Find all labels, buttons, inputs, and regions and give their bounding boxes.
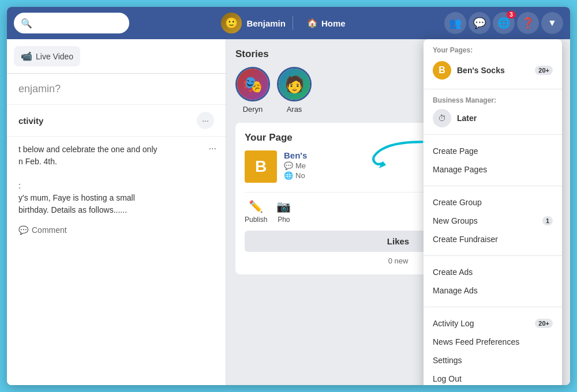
post-text: t below and celebrate the one and only n… (18, 144, 214, 216)
post-line1: t below and celebrate the one and only (18, 145, 158, 154)
story-aras-name: Aras (287, 105, 302, 114)
new-groups-badge: 1 (542, 216, 553, 225)
likes-label: Likes (387, 236, 409, 246)
user-name: Benjamin (246, 18, 286, 28)
question-icon: ❓ (522, 17, 534, 29)
publish-btn[interactable]: ✏️ Publish (245, 199, 267, 224)
globe-icon: 🌐 (497, 17, 510, 29)
story-aras[interactable]: 🧑 Aras (277, 67, 312, 114)
post-placeholder[interactable]: enjamin? (7, 74, 226, 105)
left-panel: 📹 Live Video enjamin? ctivity ··· ··· t … (7, 39, 226, 385)
story-deryn[interactable]: 🎭 Deryn (235, 67, 270, 114)
business-manager-title: Business Manager: (433, 96, 553, 104)
world-icon-small: 🌐 (284, 171, 293, 180)
dropdown-page-item[interactable]: B Ben's Socks 20+ (433, 59, 553, 82)
search-icon: 🔍 (21, 18, 32, 29)
user-avatar-img: 🙂 (221, 13, 242, 33)
create-page-label: Create Page (433, 146, 478, 156)
dropdown-page-badge: 20+ (535, 66, 553, 75)
dropdown-create-pages-section: Create Page Manage Pages (424, 135, 562, 186)
video-icon: 📹 (21, 51, 32, 62)
post-more-btn[interactable]: ··· (209, 144, 216, 154)
log-out-label: Log Out (433, 374, 462, 383)
manage-ads-label: Manage Ads (433, 286, 478, 295)
create-ads-item[interactable]: Create Ads (433, 263, 553, 281)
create-fundraiser-item[interactable]: Create Fundraiser (433, 230, 553, 248)
live-video-btn[interactable]: 📹 Live Video (14, 46, 80, 66)
dropdown-groups-section: Create Group New Groups 1 Create Fundrai… (424, 186, 562, 256)
dropdown-page-name: Ben's Socks (457, 66, 529, 75)
dropdown-biz-name: Later (457, 114, 477, 123)
nav-divider (293, 16, 293, 30)
activity-row: ctivity ··· (7, 105, 226, 137)
message-icon-small: 💬 (284, 161, 293, 170)
activity-log-label: Activity Log (433, 319, 474, 328)
settings-label: Settings (433, 356, 462, 365)
post-line5: birthday. Details as follows...... (18, 205, 127, 214)
news-feed-prefs-item[interactable]: News Feed Preferences (433, 333, 553, 351)
home-nav-btn[interactable]: 🏠 Home (300, 14, 353, 32)
dropdown-page-icon: B (433, 61, 451, 80)
create-ads-label: Create Ads (433, 267, 473, 277)
create-fundraiser-label: Create Fundraiser (433, 235, 498, 244)
activity-more-btn[interactable]: ··· (197, 112, 214, 129)
activity-label: ctivity (18, 116, 192, 126)
home-icon: 🏠 (307, 18, 318, 28)
activity-log-item[interactable]: Activity Log 20+ (433, 314, 553, 333)
globe-icon-btn[interactable]: 🌐 3 (493, 12, 515, 34)
dropdown-pages-section: Your Pages: B Ben's Socks 20+ (424, 39, 562, 89)
manage-ads-item[interactable]: Manage Ads (433, 281, 553, 300)
post-card: ··· t below and celebrate the one and on… (7, 137, 226, 246)
dropdown-biz-item[interactable]: ⏱ Later (433, 109, 553, 127)
log-out-item[interactable]: Log Out (433, 370, 553, 385)
messenger-icon-btn[interactable]: 💬 (469, 12, 490, 34)
post-placeholder-text: enjamin? (18, 83, 61, 95)
create-group-item[interactable]: Create Group (433, 193, 553, 212)
comment-btn[interactable]: 💬 Comment (18, 221, 214, 239)
story-deryn-avatar: 🎭 (235, 67, 270, 101)
manage-pages-item[interactable]: Manage Pages (433, 160, 553, 179)
comment-label: Comment (32, 225, 67, 235)
photo-icon: 📷 (276, 199, 291, 213)
live-video-label: Live Video (36, 52, 73, 61)
dropdown-bottom-section: Activity Log 20+ News Feed Preferences S… (424, 307, 562, 385)
post-line4: y's mum, Faye is hosting a small (18, 193, 135, 202)
post-actions: 📹 Live Video (7, 39, 226, 74)
dropdown-ads-section: Create Ads Manage Ads (424, 256, 562, 307)
more-dots-icon: ··· (202, 116, 209, 125)
user-avatar: 🙂 (221, 13, 242, 33)
friends-icon-btn[interactable]: 👥 (444, 12, 466, 34)
story-deryn-name: Deryn (243, 105, 263, 114)
caret-dropdown-btn[interactable]: ▼ (541, 12, 563, 34)
photo-btn[interactable]: 📷 Pho (276, 199, 291, 224)
home-label: Home (321, 18, 346, 28)
story-aras-avatar: 🧑 (277, 67, 312, 101)
page-logo: B (245, 150, 277, 183)
publish-icon: ✏️ (249, 199, 263, 213)
post-line2: n Feb. 4th. (18, 157, 57, 166)
question-icon-btn[interactable]: ❓ (517, 12, 539, 34)
caret-icon: ▼ (548, 18, 557, 28)
publish-label: Publish (245, 216, 267, 224)
dropdown-page-letter: B (439, 65, 445, 76)
friends-icon: 👥 (449, 17, 462, 29)
photo-label: Pho (278, 216, 290, 224)
dropdown-menu: Your Pages: B Ben's Socks 20+ Business M… (424, 39, 562, 385)
create-page-item[interactable]: Create Page (433, 142, 553, 160)
dropdown-biz-section: Business Manager: ⏱ Later (424, 89, 562, 135)
navbar-right: 👥 💬 🌐 3 ❓ ▼ (444, 12, 563, 34)
navbar-center: 🙂 Benjamin 🏠 Home (129, 13, 444, 33)
navbar-left: 🔍 (14, 13, 129, 33)
post-line3: : (18, 181, 21, 190)
create-group-label: Create Group (433, 198, 482, 207)
dropdown-biz-icon: ⏱ (433, 109, 451, 127)
settings-item[interactable]: Settings (433, 351, 553, 370)
news-feed-prefs-label: News Feed Preferences (433, 337, 519, 346)
manage-pages-label: Manage Pages (433, 165, 487, 174)
screen-frame: 🔍 🙂 Benjamin 🏠 Home 👥 💬 (7, 7, 570, 385)
new-groups-label: New Groups (433, 216, 478, 225)
new-groups-item[interactable]: New Groups 1 (433, 212, 553, 230)
comment-icon: 💬 (18, 225, 28, 235)
search-box[interactable]: 🔍 (14, 13, 129, 33)
user-info[interactable]: 🙂 Benjamin (221, 13, 286, 33)
